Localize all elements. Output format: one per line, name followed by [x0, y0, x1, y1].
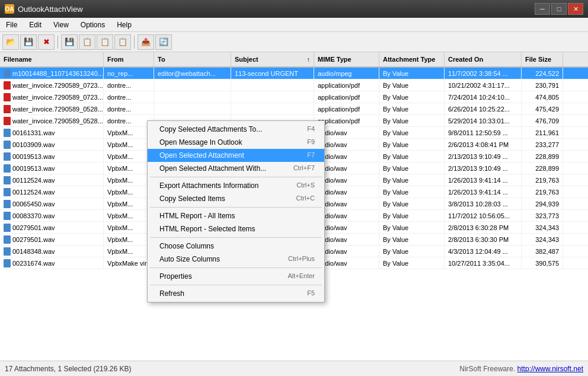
toolbar-copy-btn[interactable]: 📋 — [79, 34, 95, 50]
statusbar-info: 17 Attachments, 1 Selected (219.26 KB) — [5, 365, 131, 373]
file-icon — [4, 259, 11, 267]
nirsoft-link[interactable]: http://www.nirsoft.net — [517, 365, 583, 373]
col-header-to[interactable]: To — [154, 52, 231, 66]
toolbar-export-btn[interactable]: 📤 — [138, 34, 154, 50]
col-subject-label: Subject — [235, 56, 258, 63]
menu-options[interactable]: Options — [75, 19, 111, 31]
table-row[interactable]: water_invoice.7290589_0723... dontre... … — [0, 79, 588, 91]
app-title: OutlookAttachView — [18, 5, 83, 14]
col-subject-sort-icon: ↑ — [307, 56, 311, 63]
table-header: Filename From To Subject ↑ MIME Type Att… — [0, 52, 588, 68]
context-menu-item-7[interactable]: HTML Report - Selected Items — [148, 222, 324, 235]
cell-filename: water_invoice.7290589_0723... — [0, 91, 104, 103]
cell-atttype: By Value — [379, 91, 445, 103]
cell-atttype: By Value — [379, 139, 445, 150]
file-icon — [4, 69, 11, 78]
cell-filename: 00148348.wav — [0, 246, 104, 257]
ctx-separator — [150, 237, 322, 238]
ctx-separator — [150, 207, 322, 208]
col-header-atttype[interactable]: Attachment Type — [379, 52, 445, 66]
table-row[interactable]: m10014488_1107143613240... no_rep... edi… — [0, 68, 588, 79]
cell-subject — [231, 79, 314, 91]
cell-createdon: 5/29/2014 10:33:01... — [445, 115, 522, 126]
cell-filesize: 476,709 — [522, 115, 563, 126]
cell-filesize: 224,522 — [522, 68, 563, 79]
ctx-item-label: Open Selected Attachment — [159, 151, 244, 160]
cell-filename: water_invoice.7290589_0528... — [0, 115, 104, 126]
cell-from: dontre... — [104, 103, 154, 114]
cell-filename: 00103909.wav — [0, 139, 104, 150]
context-menu-item-5[interactable]: Copy Selected Items Ctrl+C — [148, 192, 324, 205]
menu-help[interactable]: Help — [111, 19, 138, 31]
table-row[interactable]: water_invoice.7290589_0528... dontre... … — [0, 103, 588, 115]
cell-filename: 00019513.wav — [0, 151, 104, 162]
cell-atttype: By Value — [379, 210, 445, 221]
cell-filesize: 211,961 — [522, 127, 563, 138]
context-menu-item-10[interactable]: Properties Alt+Enter — [148, 270, 324, 283]
ctx-item-label: Refresh — [159, 289, 184, 298]
cell-createdon: 11/7/2002 3:38:54 ... — [445, 68, 522, 79]
toolbar-copy3-btn[interactable]: 📋 — [114, 34, 131, 50]
toolbar-save2-btn[interactable]: 💾 — [61, 34, 78, 50]
ctx-item-label: Copy Selected Attachments To... — [159, 125, 262, 133]
cell-createdon: 6/26/2014 10:25:22... — [445, 103, 522, 114]
cell-mime: application/pdf — [314, 103, 379, 114]
toolbar-open-btn[interactable]: 📂 — [2, 34, 19, 50]
menu-edit[interactable]: Edit — [23, 19, 47, 31]
cell-atttype: By Value — [379, 174, 445, 186]
ctx-item-shortcut: Ctrl+S — [296, 181, 315, 190]
ctx-item-label: Auto Size Columns — [159, 255, 220, 263]
cell-atttype: By Value — [379, 162, 445, 174]
ctx-item-label: Copy Selected Items — [159, 195, 225, 203]
cell-filesize: 219,763 — [522, 186, 563, 197]
cell-filesize: 230,791 — [522, 79, 563, 91]
menu-view[interactable]: View — [47, 19, 75, 31]
col-header-subject[interactable]: Subject ↑ — [231, 52, 314, 66]
cell-filesize: 475,429 — [522, 103, 563, 114]
context-menu-item-6[interactable]: HTML Report - All Items — [148, 209, 324, 222]
context-menu-item-3[interactable]: Open Selected Attachment With... Ctrl+F7 — [148, 162, 324, 175]
minimize-button[interactable]: ─ — [535, 3, 550, 15]
file-icon — [4, 188, 11, 196]
cell-to: editor@webattach... — [154, 68, 231, 79]
col-header-from[interactable]: From — [104, 52, 154, 66]
col-header-filename[interactable]: Filename — [0, 52, 104, 66]
col-header-createdon[interactable]: Created On — [445, 52, 522, 66]
context-menu-item-1[interactable]: Open Message In Outlook F9 — [148, 136, 324, 149]
cell-filename: 00231674.wav — [0, 257, 104, 269]
toolbar-sep2 — [134, 36, 135, 49]
nirsoft-text: NirSoft Freeware. — [459, 365, 517, 373]
toolbar-save-btn[interactable]: 💾 — [20, 34, 37, 50]
col-header-filesize[interactable]: File Size — [522, 52, 563, 66]
file-icon — [4, 176, 11, 184]
toolbar-delete-btn[interactable]: ✖ — [38, 34, 55, 50]
cell-filename: 00065450.wav — [0, 198, 104, 209]
cell-atttype: By Value — [379, 103, 445, 114]
maximize-button[interactable]: □ — [551, 3, 567, 15]
cell-subject — [231, 91, 314, 103]
context-menu-item-0[interactable]: Copy Selected Attachments To... F4 — [148, 123, 324, 136]
toolbar-refresh-btn[interactable]: 🔄 — [155, 34, 172, 50]
context-menu: Copy Selected Attachments To... F4 Open … — [147, 120, 325, 302]
toolbar: 📂 💾 ✖ 💾 📋 📋 📋 📤 🔄 — [0, 32, 588, 52]
context-menu-item-8[interactable]: Choose Columns — [148, 240, 324, 253]
cell-filesize: 233,277 — [522, 139, 563, 150]
context-menu-item-11[interactable]: Refresh F5 — [148, 287, 324, 300]
cell-filesize: 324,343 — [522, 234, 563, 245]
toolbar-copy2-btn[interactable]: 📋 — [97, 34, 113, 50]
menu-file[interactable]: File — [0, 19, 23, 31]
ctx-item-shortcut: Ctrl+Plus — [288, 255, 315, 263]
cell-filesize: 219,763 — [522, 174, 563, 186]
cell-atttype: By Value — [379, 115, 445, 126]
file-icon — [4, 164, 11, 173]
col-header-mime[interactable]: MIME Type — [314, 52, 379, 66]
cell-filesize: 474,805 — [522, 91, 563, 103]
close-button[interactable]: ✕ — [568, 3, 583, 15]
table-row[interactable]: water_invoice.7290589_0723... dontre... … — [0, 91, 588, 103]
file-icon — [4, 235, 11, 244]
statusbar: 17 Attachments, 1 Selected (219.26 KB) N… — [0, 361, 588, 376]
context-menu-item-4[interactable]: Export Attachments Information Ctrl+S — [148, 179, 324, 192]
context-menu-item-9[interactable]: Auto Size Columns Ctrl+Plus — [148, 253, 324, 266]
cell-filename: 00112524.wav — [0, 186, 104, 197]
context-menu-item-2[interactable]: Open Selected Attachment F7 — [148, 149, 324, 162]
